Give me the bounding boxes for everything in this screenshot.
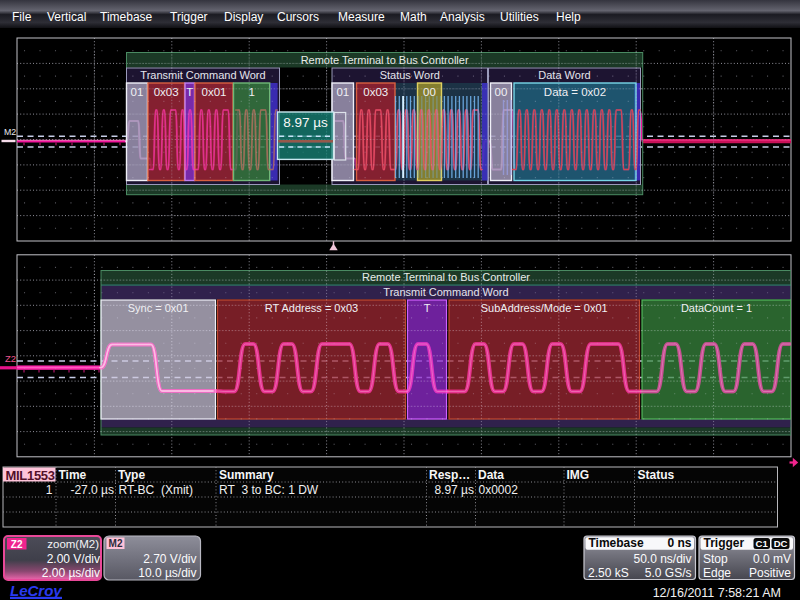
svg-text:C1: C1 — [756, 538, 769, 549]
svg-text:SubAddress/Mode = 0x01: SubAddress/Mode = 0x01 — [481, 302, 608, 314]
svg-text:Type: Type — [118, 468, 145, 482]
svg-text:DC: DC — [774, 538, 788, 549]
svg-text:0.0 mV: 0.0 mV — [753, 552, 791, 566]
svg-text:12/16/2011 7:58:21 AM: 12/16/2011 7:58:21 AM — [653, 586, 781, 600]
svg-text:Timebase: Timebase — [100, 10, 153, 24]
svg-text:2.00 µs/div: 2.00 µs/div — [42, 566, 100, 580]
svg-text:M2: M2 — [4, 127, 16, 137]
svg-text:Vertical: Vertical — [47, 10, 86, 24]
svg-text:Status: Status — [638, 468, 675, 482]
svg-text:Remote Terminal to Bus Control: Remote Terminal to Bus Controller — [301, 54, 469, 66]
svg-text:T: T — [424, 302, 431, 314]
svg-text:RT-BC (Xmit): RT-BC (Xmit) — [119, 483, 193, 497]
svg-text:RT 3 to BC: 1 DW: RT 3 to BC: 1 DW — [219, 483, 319, 497]
svg-text:-27.0 µs: -27.0 µs — [70, 483, 114, 497]
svg-text:Time: Time — [59, 468, 87, 482]
svg-text:0x03: 0x03 — [154, 86, 179, 98]
svg-text:Cursors: Cursors — [277, 10, 319, 24]
svg-text:RT Address = 0x03: RT Address = 0x03 — [265, 302, 358, 314]
svg-text:Analysis: Analysis — [440, 10, 485, 24]
svg-text:0x01: 0x01 — [202, 86, 227, 98]
svg-text:10.0 µs/div: 10.0 µs/div — [138, 566, 196, 580]
svg-text:2.00 V/div: 2.00 V/div — [47, 552, 100, 566]
svg-text:Status Word: Status Word — [380, 69, 440, 81]
svg-text:Data: Data — [478, 468, 504, 482]
svg-text:Edge: Edge — [703, 566, 731, 580]
svg-text:Resp…: Resp… — [429, 468, 470, 482]
svg-text:Positive: Positive — [749, 566, 791, 580]
svg-text:Sync = 0x01: Sync = 0x01 — [128, 302, 189, 314]
svg-text:2.50 kS: 2.50 kS — [588, 566, 629, 580]
svg-text:M2: M2 — [109, 538, 123, 549]
svg-text:Utilities: Utilities — [500, 10, 539, 24]
svg-text:1: 1 — [46, 483, 53, 497]
svg-text:2.70 V/div: 2.70 V/div — [143, 552, 196, 566]
svg-text:Data Word: Data Word — [538, 69, 590, 81]
svg-text:Summary: Summary — [219, 468, 274, 482]
svg-text:Data = 0x02: Data = 0x02 — [544, 86, 606, 98]
svg-text:01: 01 — [336, 86, 349, 98]
svg-text:Stop: Stop — [703, 552, 728, 566]
svg-text:LeCroy: LeCroy — [10, 582, 62, 599]
svg-text:Math: Math — [400, 10, 427, 24]
svg-text:DataCount = 1: DataCount = 1 — [681, 302, 752, 314]
svg-text:zoom(M2): zoom(M2) — [47, 538, 99, 550]
svg-text:T: T — [186, 86, 193, 98]
svg-text:Timebase: Timebase — [589, 536, 644, 550]
svg-text:5.0 GS/s: 5.0 GS/s — [645, 566, 692, 580]
svg-text:0x03: 0x03 — [363, 86, 388, 98]
svg-text:00: 00 — [495, 86, 508, 98]
svg-text:00: 00 — [423, 86, 436, 98]
svg-text:Trigger: Trigger — [170, 10, 208, 24]
svg-text:Trigger: Trigger — [704, 536, 745, 550]
svg-text:8.97 µs: 8.97 µs — [283, 115, 328, 130]
svg-text:Help: Help — [556, 10, 581, 24]
svg-text:Z2: Z2 — [5, 353, 16, 364]
svg-text:Display: Display — [224, 10, 263, 24]
svg-text:File: File — [12, 10, 32, 24]
svg-text:0x0002: 0x0002 — [479, 483, 519, 497]
svg-text:Remote Terminal to Bus Control: Remote Terminal to Bus Controller — [362, 271, 530, 283]
svg-text:Transmit Command Word: Transmit Command Word — [140, 69, 265, 81]
svg-text:0 ns: 0 ns — [667, 536, 691, 550]
svg-text:01: 01 — [131, 86, 144, 98]
svg-text:MIL1553: MIL1553 — [6, 468, 55, 483]
svg-text:Z2: Z2 — [11, 539, 23, 550]
svg-text:Measure: Measure — [338, 10, 385, 24]
svg-text:Transmit Command Word: Transmit Command Word — [383, 286, 508, 298]
svg-text:IMG: IMG — [567, 468, 590, 482]
svg-text:8.97 µs: 8.97 µs — [434, 483, 474, 497]
svg-text:50.0 ns/div: 50.0 ns/div — [633, 552, 691, 566]
